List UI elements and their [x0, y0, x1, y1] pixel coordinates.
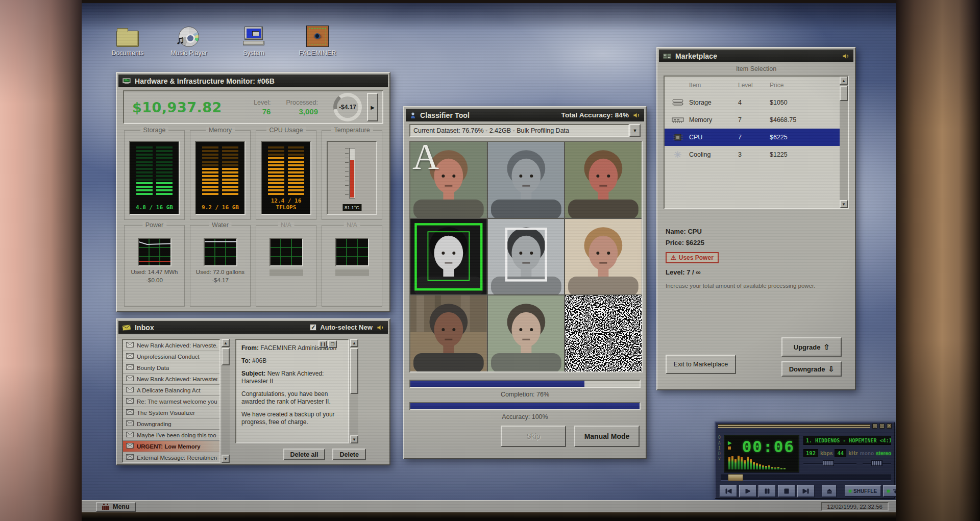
seek-handle[interactable] — [728, 474, 743, 481]
scroll-up-button[interactable]: ▲ — [222, 339, 230, 347]
price-label: Price: — [666, 239, 684, 246]
dataset-dropdown-button[interactable]: ▼ — [629, 124, 641, 137]
next-button[interactable] — [797, 485, 815, 498]
pause-button[interactable] — [758, 485, 776, 498]
previous-button[interactable] — [720, 485, 738, 498]
taskbar-clock: 12/02/1999, 22:32:56 — [821, 502, 889, 511]
spectrum-bar — [734, 459, 737, 469]
classifier-titlebar[interactable]: Classifier Tool Total Accuracy: 84% — [406, 109, 644, 121]
hardware-monitor-titlebar[interactable]: Hardware & Infrastructure Monitor: #06B — [118, 75, 388, 87]
down-arrow-icon: ⇩ — [828, 365, 835, 373]
scrollbar-thumb[interactable] — [350, 348, 358, 394]
scroll-up-button[interactable]: ▲ — [840, 77, 848, 85]
inbox-message-row[interactable]: New Rank Achieved: Harveste... — [123, 340, 219, 351]
dataset-select[interactable]: Current Dataset: 76.76% - 2.42GB - Bulk … — [409, 124, 629, 137]
scroll-down-button[interactable]: ▼ — [350, 435, 358, 443]
repeat-button[interactable] — [883, 485, 896, 497]
marketplace-scrollbar[interactable]: ▲ ▼ — [840, 77, 848, 208]
inbox-message-row[interactable]: URGENT: Low Memory — [123, 441, 219, 452]
marketplace-item-row-cpu[interactable]: CPU 7 $6225 — [665, 129, 848, 146]
marketplace-item-row-memory[interactable]: Memory 7 $4668.75 — [665, 111, 848, 129]
inbox-list-scrollbar[interactable]: ▲ ▼ — [222, 339, 230, 463]
inbox-message-row[interactable]: A Delicate Balancing Act — [123, 385, 219, 396]
stats-next-button[interactable]: ▶ — [367, 93, 378, 121]
inbox-titlebar[interactable]: Inbox ✓ Auto-select New — [118, 321, 388, 334]
inbox-message-row[interactable]: External Message: Recruitment — [123, 452, 219, 463]
spectrum-bar — [750, 459, 752, 469]
volume-slider[interactable] — [803, 460, 856, 466]
stop-button[interactable] — [778, 485, 796, 498]
inbox-message-row[interactable]: Bounty Data — [123, 362, 219, 374]
desktop-icon-system[interactable]: System — [229, 23, 278, 57]
inbox-message-row[interactable]: Downgrading — [123, 418, 219, 430]
face-woman-red-tint-letter[interactable]: A — [410, 142, 487, 218]
desktop-icon-documents[interactable]: Documents — [103, 23, 152, 57]
icon-label: System — [243, 49, 264, 57]
inbox-message-row[interactable]: Maybe I've been doing this too l... — [123, 430, 219, 441]
marketplace-item-row-cooling[interactable]: Cooling 3 $1225 — [665, 146, 848, 163]
marketplace-item-row-storage[interactable]: Storage 4 $1050 — [665, 94, 848, 111]
item-detail: Name: CPU Price: $6225 ⚠ Uses Power Leve… — [666, 228, 835, 290]
pause-feed-button[interactable]: ❙❙ — [318, 340, 327, 348]
upgrade-button[interactable]: Upgrade⇧ — [781, 337, 842, 357]
clutterbar[interactable]: OAIDV — [718, 435, 721, 462]
clutter-letter[interactable]: A — [718, 441, 721, 446]
item-level: 7 — [738, 116, 770, 123]
skip-button[interactable]: Skip — [501, 426, 566, 447]
window-title: Classifier Tool — [420, 111, 470, 119]
scrollbar-thumb[interactable] — [222, 348, 230, 365]
clutter-letter[interactable]: D — [718, 452, 721, 457]
face-man-highcontrast-scanbox[interactable] — [410, 219, 487, 295]
speaker-icon[interactable] — [842, 53, 850, 60]
face-static-noise[interactable] — [565, 295, 642, 371]
face-man-grayscale-scanbox[interactable] — [488, 219, 565, 295]
inbox-message-row[interactable]: The System Visualizer — [123, 407, 219, 418]
play-button[interactable] — [739, 485, 757, 498]
popout-button[interactable]: ❐ — [328, 340, 337, 348]
shuffle-button[interactable]: SHUFFLE — [845, 485, 881, 497]
window-title: Hardware & Infrastructure Monitor: #06B — [135, 77, 275, 85]
delete-all-button[interactable]: Delete all — [283, 449, 326, 460]
seek-bar[interactable] — [721, 475, 891, 481]
lcd-display: ▶ 00:06 — [724, 435, 799, 473]
face-woman-smiling[interactable] — [488, 295, 565, 371]
face-man-storefront[interactable] — [410, 295, 487, 371]
processed-label: Processed: — [286, 99, 318, 106]
inbox-message-row[interactable]: Re: The warmest welcome you'r... — [123, 396, 219, 407]
desktop-icon-music-player[interactable]: ♫ Music Player — [164, 23, 213, 57]
inbox-message-row[interactable]: New Rank Achieved: Harvester I — [123, 374, 219, 385]
scroll-down-button[interactable]: ▼ — [222, 455, 230, 463]
level-value: 76 — [254, 107, 271, 116]
inbox-message-row[interactable]: Unprofessional Conduct — [123, 351, 219, 362]
manual-mode-button[interactable]: Manual Mode — [574, 426, 640, 447]
delete-button[interactable]: Delete — [332, 449, 366, 460]
balance-slider[interactable] — [863, 460, 891, 466]
minimize-button[interactable]: _ — [872, 424, 877, 429]
close-button[interactable]: ✕ — [887, 424, 892, 429]
face-woman-red-tint[interactable] — [565, 142, 642, 218]
face-woman-sepia[interactable] — [565, 219, 642, 295]
gauge-value: 12.4 / 16 TFLOPS — [263, 197, 309, 211]
name-value: CPU — [688, 228, 701, 235]
meter-panel-water: Water Used: 72.0 gallons-$4.17 — [190, 225, 251, 307]
windowshade-button[interactable]: □ — [879, 424, 885, 429]
exit-marketplace-button[interactable]: Exit to Marketplace — [666, 355, 736, 374]
auto-select-checkbox[interactable]: ✓ — [310, 324, 316, 331]
marketplace-titlebar[interactable]: Marketplace — [659, 49, 853, 62]
clutter-letter[interactable]: I — [718, 446, 721, 451]
clutter-letter[interactable]: V — [718, 457, 721, 462]
message-scrollbar[interactable]: ▲ ▼ — [350, 339, 358, 443]
scrollbar-thumb[interactable] — [840, 86, 848, 101]
scroll-up-button[interactable]: ▲ — [350, 339, 358, 347]
desktop-icon-faceminer[interactable]: FACEMINER — [293, 23, 342, 57]
speaker-icon[interactable] — [376, 324, 384, 331]
eject-button[interactable] — [822, 485, 837, 498]
scroll-down-button[interactable]: ▼ — [840, 200, 848, 208]
menu-button[interactable]: Menu — [96, 502, 136, 512]
to-value: #06B — [252, 357, 266, 364]
player-titlebar[interactable]: _ □ ✕ — [716, 423, 894, 430]
face-woman-grayscale[interactable] — [488, 142, 565, 218]
downgrade-button[interactable]: Downgrade⇩ — [781, 361, 842, 377]
speaker-icon[interactable] — [632, 112, 641, 119]
clutter-letter[interactable]: O — [718, 435, 721, 440]
